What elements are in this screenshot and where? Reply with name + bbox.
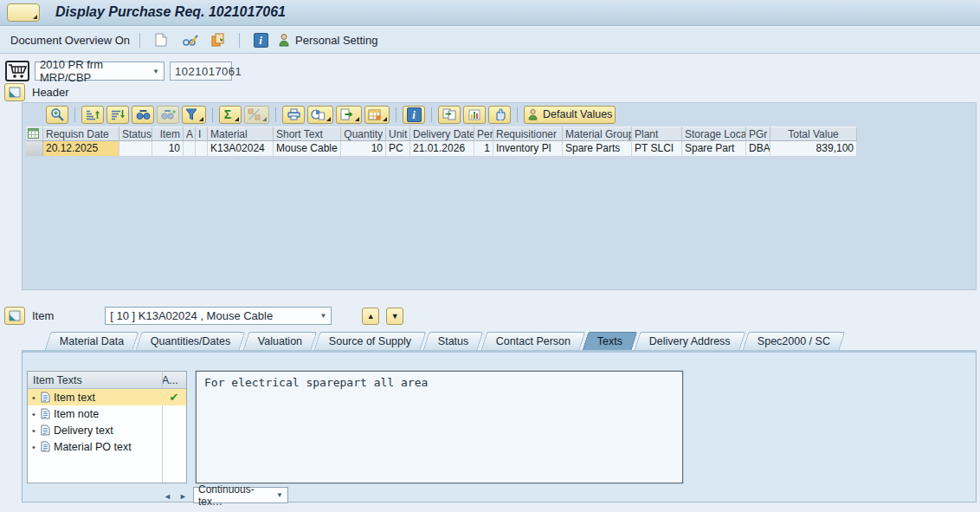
refresh-button[interactable] (438, 106, 461, 124)
cell-pgr[interactable]: DBA (746, 141, 770, 157)
sort-ascending-button[interactable] (81, 106, 104, 124)
cell-material-group[interactable]: Spare Parts (563, 141, 632, 157)
tab-quantities-dates[interactable]: Quantities/Dates (136, 332, 246, 350)
cell-item[interactable]: 10 (152, 141, 184, 157)
chevron-down-icon: ▼ (276, 491, 283, 499)
views-button[interactable] (307, 106, 333, 124)
row-select-cell[interactable] (26, 141, 43, 157)
print-button[interactable] (282, 106, 305, 124)
magnifier-icon (50, 107, 65, 121)
previous-item-button[interactable]: ▲ (362, 308, 379, 325)
graphic-button[interactable] (463, 106, 486, 124)
document-key-row: 2010 PR frm MRP/CBP ▼ 1021017061 (5, 61, 232, 81)
cell-requisn-date[interactable]: 20.12.2025 (43, 141, 119, 157)
column-header-per[interactable]: Per (474, 126, 493, 141)
filter-button[interactable] (182, 106, 206, 124)
find-button[interactable] (132, 106, 154, 124)
column-header-material-group[interactable]: Material Group (563, 126, 632, 141)
column-header-requisitioner[interactable]: Requisitioner (493, 126, 563, 141)
column-header-storage-location[interactable]: Storage Location (682, 126, 746, 141)
column-header-unit[interactable]: Unit (386, 126, 410, 141)
tab-spec2000-sc[interactable]: Spec2000 / SC (742, 332, 845, 350)
cell-per[interactable]: 1 (474, 141, 493, 157)
cell-status[interactable] (119, 141, 152, 157)
page-title: Display Purchase Req. 1021017061 (55, 4, 286, 20)
column-header-requisn-date[interactable]: Requisn Date (43, 126, 119, 141)
column-header-delivery-date[interactable]: Delivery Date (410, 126, 474, 141)
layout-button[interactable] (364, 106, 390, 124)
list-item-delivery-text[interactable]: • Delivery text (28, 422, 186, 438)
list-item-material-po-text[interactable]: • Material PO text (28, 438, 186, 455)
system-menu-button[interactable] (7, 3, 40, 22)
info-icon: i (254, 33, 268, 48)
services-info-button[interactable]: i (249, 30, 272, 50)
display-change-button[interactable] (178, 30, 201, 50)
item-texts-list: Item Texts A... • Item text ✔ • Item not… (27, 371, 187, 483)
tab-valuation[interactable]: Valuation (242, 332, 317, 350)
column-header-item[interactable]: Item (152, 126, 184, 141)
scroll-right-button[interactable]: ► (177, 489, 190, 503)
list-item-item-note[interactable]: • Item note (28, 405, 186, 422)
column-header-plant[interactable]: Plant (632, 126, 682, 141)
cell-i[interactable] (196, 141, 208, 157)
document-text-icon (41, 425, 50, 436)
tab-contact-person[interactable]: Contact Person (480, 332, 585, 350)
sort-descending-icon (110, 108, 126, 120)
separator (239, 33, 240, 48)
chevron-down-icon: ▼ (152, 68, 159, 75)
tab-delivery-address[interactable]: Delivery Address (635, 332, 746, 350)
column-header-i[interactable]: I (196, 126, 208, 141)
cell-plant[interactable]: PT SLCI (632, 141, 682, 157)
cell-short-text[interactable]: Mouse Cable (274, 141, 341, 157)
column-header-short-text[interactable]: Short Text (274, 126, 341, 141)
cell-a[interactable] (184, 141, 196, 157)
scroll-left-button[interactable]: ◄ (161, 489, 174, 503)
document-text-icon (41, 392, 50, 403)
column-header-pgr[interactable]: PGr (746, 126, 770, 141)
find-next-button[interactable] (157, 106, 179, 124)
column-header-a[interactable]: A (184, 126, 196, 141)
cell-requisitioner[interactable]: Inventory Pl (493, 141, 563, 157)
subtotal-button[interactable] (244, 106, 269, 124)
text-editor[interactable]: For electrical sparepart all area (196, 371, 683, 483)
sort-ascending-icon (85, 108, 100, 120)
tab-texts[interactable]: Texts (582, 332, 637, 350)
choose-detail-button[interactable] (46, 106, 68, 124)
sort-descending-button[interactable] (106, 106, 129, 124)
create-document-button[interactable] (150, 30, 172, 50)
cell-total-value[interactable]: 839,100 (770, 141, 857, 157)
column-header-quantity[interactable]: Quantity (341, 126, 386, 141)
sum-button[interactable]: Σ (219, 106, 242, 124)
grid-info-button[interactable]: i (403, 106, 425, 124)
export-button[interactable] (336, 106, 362, 124)
cell-unit[interactable]: PC (386, 141, 410, 157)
select-all-header[interactable] (26, 126, 43, 141)
cell-quantity[interactable]: 10 (341, 141, 386, 157)
cell-delivery-date[interactable]: 21.01.2026 (410, 141, 474, 157)
item-collapse-button[interactable] (4, 307, 25, 325)
column-header-status[interactable]: Status (119, 126, 152, 141)
personal-setting-button[interactable]: Personal Setting (278, 33, 377, 47)
default-values-button[interactable]: Default Values (524, 106, 616, 124)
copy-document-button[interactable] (207, 30, 229, 50)
person-icon (527, 108, 539, 120)
cell-storage-location[interactable]: Spare Part (682, 141, 746, 157)
document-overview-button[interactable]: Document Overview On (10, 34, 130, 47)
cell-material[interactable]: K13A02024 (208, 141, 274, 157)
header-collapse-button[interactable] (4, 83, 25, 101)
column-header-total-value[interactable]: Total Value (770, 126, 857, 141)
next-item-button[interactable]: ▼ (386, 308, 403, 325)
text-type-select[interactable]: Continuous-tex… ▼ (193, 487, 288, 503)
dropdown-corner-icon (33, 15, 37, 19)
item-select[interactable]: [ 10 ] K13A02024 , Mouse Cable ▼ (105, 307, 332, 325)
column-header-material[interactable]: Material (208, 126, 274, 141)
doc-type-select[interactable]: 2010 PR frm MRP/CBP ▼ (35, 62, 164, 81)
tab-status[interactable]: Status (423, 332, 484, 350)
binoculars-plus-icon (161, 108, 176, 120)
tab-material-data[interactable]: Material Data (45, 332, 139, 350)
tab-source-of-supply[interactable]: Source of Supply (314, 332, 427, 350)
hold-button[interactable] (488, 106, 511, 124)
tray-icon (9, 310, 21, 321)
doc-number-field[interactable]: 1021017061 (170, 62, 232, 81)
list-item-item-text[interactable]: • Item text ✔ (28, 389, 186, 405)
